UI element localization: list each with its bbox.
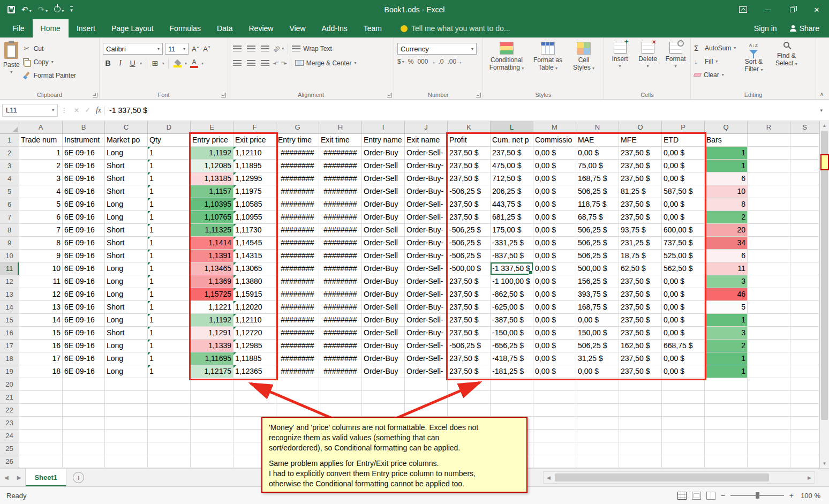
cell-Q22[interactable] — [705, 404, 748, 417]
cell-C14[interactable]: Short — [105, 301, 148, 314]
format-painter-button[interactable]: Format Painter — [22, 70, 76, 81]
cell-L8[interactable]: 175,00 $ — [491, 224, 533, 237]
cell-P24[interactable] — [662, 430, 705, 442]
cell-S16[interactable] — [790, 327, 819, 340]
tab-data[interactable]: Data — [209, 19, 241, 37]
cell-D18[interactable]: 1 — [148, 352, 191, 365]
cell-F5[interactable]: 1,11975 — [233, 185, 276, 198]
row-header-21[interactable]: 21 — [0, 391, 19, 404]
cell-O2[interactable]: 237,50 $ — [619, 147, 662, 160]
cell-P2[interactable]: 0,00 $ — [662, 147, 705, 160]
cell-P7[interactable]: 0,00 $ — [662, 211, 705, 224]
cell-L19[interactable]: -181,25 $ — [491, 365, 533, 378]
cell-P6[interactable]: 0,00 $ — [662, 198, 705, 211]
cell-N3[interactable]: 75,00 $ — [576, 160, 619, 172]
cell-M24[interactable] — [533, 430, 576, 442]
scroll-down-icon[interactable]: ▼ — [820, 459, 829, 468]
cell-J9[interactable]: Order-Buy- — [405, 237, 448, 250]
cell-F3[interactable]: 1,11895 — [233, 160, 276, 172]
cell-B4[interactable]: 6E 09-16 — [63, 172, 105, 185]
tell-me-box[interactable]: Tell me what you want to do... — [401, 19, 510, 37]
cell-P25[interactable] — [662, 442, 705, 455]
cell-C7[interactable]: Long — [105, 211, 148, 224]
cell-O19[interactable]: 237,50 $ — [619, 365, 662, 378]
cell-G19[interactable]: ######## — [276, 365, 319, 378]
cell-M15[interactable]: 0,00 $ — [533, 314, 576, 327]
cell-C6[interactable]: Long — [105, 198, 148, 211]
cell-N9[interactable]: 506,25 $ — [576, 237, 619, 250]
cell-F20[interactable] — [233, 378, 276, 391]
sign-in-link[interactable]: Sign in — [754, 24, 777, 33]
cell-A20[interactable] — [19, 378, 63, 391]
borders-icon[interactable]: ⊞ — [150, 58, 160, 69]
cell-C16[interactable]: Short — [105, 327, 148, 340]
cell-C13[interactable]: Long — [105, 288, 148, 301]
cell-E4[interactable]: 1,13185 — [191, 172, 233, 185]
cell-R23[interactable] — [748, 417, 790, 430]
cell-P15[interactable]: 0,00 $ — [662, 314, 705, 327]
cell-Q8[interactable]: 20 — [705, 224, 748, 237]
cell-Q13[interactable]: 46 — [705, 288, 748, 301]
cancel-icon[interactable]: ✕ — [74, 107, 79, 114]
cell-C3[interactable]: Short — [105, 160, 148, 172]
cell-I3[interactable]: Order-Sell — [362, 160, 405, 172]
cell-D26[interactable] — [148, 455, 191, 468]
zoom-level[interactable]: 100 % — [799, 492, 820, 500]
cell-D9[interactable]: 1 — [148, 237, 191, 250]
cell-S26[interactable] — [790, 455, 819, 468]
cell-R8[interactable] — [748, 224, 790, 237]
cell-I7[interactable]: Order-Buy — [362, 211, 405, 224]
cell-A19[interactable]: 18 — [19, 365, 63, 378]
cell-Q25[interactable] — [705, 442, 748, 455]
cell-S23[interactable] — [790, 417, 819, 430]
italic-button[interactable]: I — [115, 58, 125, 69]
cell-I2[interactable]: Order-Buy — [362, 147, 405, 160]
cell-H11[interactable]: ######## — [319, 262, 362, 275]
cell-C23[interactable] — [105, 417, 148, 430]
cell-F2[interactable]: 1,12110 — [233, 147, 276, 160]
number-format-select[interactable]: Currency▾ — [397, 43, 477, 55]
row-header-17[interactable]: 17 — [0, 340, 19, 352]
column-header-L[interactable]: L — [491, 121, 533, 133]
cell-F10[interactable]: 1,14315 — [233, 250, 276, 262]
redo-button[interactable]: ↷▾ — [38, 5, 48, 14]
column-header-G[interactable]: G — [276, 121, 319, 133]
accounting-format-button[interactable]: $▾ — [397, 58, 404, 65]
cell-R12[interactable] — [748, 275, 790, 288]
cell-E3[interactable]: 1,12085 — [191, 160, 233, 172]
cell-K4[interactable]: 237,50 $ — [448, 172, 491, 185]
cell-H14[interactable]: ######## — [319, 301, 362, 314]
cell-S21[interactable] — [790, 391, 819, 404]
cell-O1[interactable]: MFE — [619, 134, 662, 147]
cell-B13[interactable]: 6E 09-16 — [63, 288, 105, 301]
cell-E26[interactable] — [191, 455, 233, 468]
cell-K9[interactable]: -506,25 $ — [448, 237, 491, 250]
cell-I13[interactable]: Order-Buy — [362, 288, 405, 301]
enter-icon[interactable]: ✓ — [85, 106, 91, 114]
cell-P19[interactable]: 0,00 $ — [662, 365, 705, 378]
cell-S14[interactable] — [790, 301, 819, 314]
cell-H21[interactable] — [319, 391, 362, 404]
sheet-tab-sheet1[interactable]: Sheet1 — [25, 469, 66, 486]
cell-S3[interactable] — [790, 160, 819, 172]
cell-F11[interactable]: 1,13065 — [233, 262, 276, 275]
cell-O23[interactable] — [619, 417, 662, 430]
tab-review[interactable]: Review — [241, 19, 282, 37]
column-header-S[interactable]: S — [790, 121, 819, 133]
cell-L18[interactable]: -418,75 $ — [491, 352, 533, 365]
percent-style-button[interactable]: % — [408, 58, 414, 65]
cell-B9[interactable]: 6E 09-16 — [63, 237, 105, 250]
cell-J11[interactable]: Order-Sell- — [405, 262, 448, 275]
cell-B19[interactable]: 6E 09-16 — [63, 365, 105, 378]
cell-M2[interactable]: 0,00 $ — [533, 147, 576, 160]
cell-C2[interactable]: Long — [105, 147, 148, 160]
cell-Q9[interactable]: 34 — [705, 237, 748, 250]
cell-B15[interactable]: 6E 09-16 — [63, 314, 105, 327]
row-header-8[interactable]: 8 — [0, 224, 19, 237]
increase-indent-icon[interactable]: ≡▸ — [281, 60, 287, 66]
cell-N14[interactable]: 168,75 $ — [576, 301, 619, 314]
cell-S17[interactable] — [790, 340, 819, 352]
ribbon-display-options-button[interactable] — [730, 0, 755, 19]
cell-Q15[interactable]: 1 — [705, 314, 748, 327]
cell-N8[interactable]: 506,25 $ — [576, 224, 619, 237]
